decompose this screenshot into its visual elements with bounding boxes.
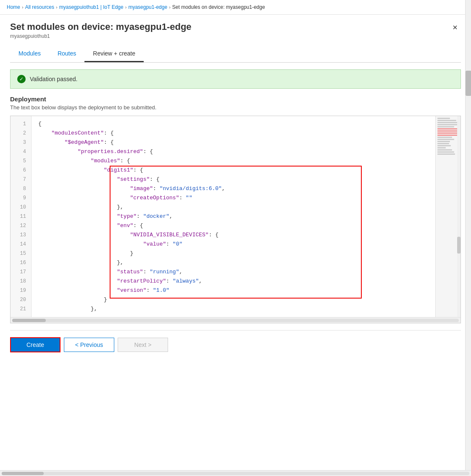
code-line-6: "digits1": { — [38, 166, 432, 175]
code-line-19: "version": "1.0" — [38, 286, 432, 295]
code-line-1: { — [38, 119, 432, 129]
minimap-line — [437, 118, 450, 119]
line-num-5: 5 — [11, 156, 31, 166]
line-num-3: 3 — [11, 138, 31, 147]
editor-bottom-thumb[interactable] — [12, 319, 46, 322]
code-line-13: "NVIDIA_VISIBLE_DEVICES": { — [38, 230, 432, 240]
line-num-12: 12 — [11, 221, 31, 230]
breadcrumb-all-resources[interactable]: All resources — [25, 4, 54, 10]
line-num-13: 13 — [11, 230, 31, 240]
breadcrumb-current: Set modules on device: myasegpu1-edge — [172, 4, 265, 10]
minimap-line — [437, 141, 450, 142]
code-line-9: "createOptions": "" — [38, 193, 432, 203]
code-line-18: "restartPolicy": "always", — [38, 277, 432, 286]
code-line-21: }, — [38, 304, 432, 314]
code-line-17: "status": "running", — [38, 267, 432, 277]
breadcrumb: Home › All resources › myasegpuiothub1 |… — [0, 0, 471, 15]
line-num-16: 16 — [11, 258, 31, 267]
code-line-11: "type": "docker", — [38, 212, 432, 221]
minimap-line — [437, 122, 458, 123]
breadcrumb-sep-3: › — [125, 5, 127, 10]
minimap — [435, 116, 460, 317]
breadcrumb-home[interactable]: Home — [7, 4, 20, 10]
minimap-line — [437, 153, 455, 155]
code-line-16: }, — [38, 258, 432, 267]
code-editor[interactable]: 1 2 3 4 5 6 7 8 9 10 11 12 13 14 15 16 1… — [11, 116, 460, 317]
page-title: Set modules on device: myasegpu1-edge — [10, 21, 192, 32]
code-line-2: "modulesContent": { — [38, 129, 432, 138]
minimap-line — [437, 149, 452, 151]
minimap-line — [437, 147, 446, 148]
line-num-19: 19 — [11, 286, 31, 295]
line-num-2: 2 — [11, 129, 31, 138]
page-bottom-track — [2, 472, 469, 475]
line-numbers: 1 2 3 4 5 6 7 8 9 10 11 12 13 14 15 16 1… — [11, 116, 32, 317]
page-bottom-thumb[interactable] — [2, 472, 44, 475]
breadcrumb-sep-4: › — [169, 5, 171, 10]
tab-modules[interactable]: Modules — [10, 46, 49, 62]
code-line-3: "$edgeAgent": { — [38, 138, 432, 147]
action-bar: Create < Previous Next > — [10, 330, 461, 359]
editor-bottom-scrollbar[interactable] — [11, 317, 460, 323]
code-content[interactable]: { "modulesContent": { "$edgeAgent": { "p… — [32, 116, 435, 317]
page-title-section: Set modules on device: myasegpu1-edge my… — [10, 21, 192, 39]
close-button[interactable]: × — [449, 21, 461, 33]
minimap-line-highlight — [437, 135, 458, 136]
validation-icon: ✓ — [17, 75, 26, 83]
main-content: Set modules on device: myasegpu1-edge my… — [0, 15, 471, 366]
line-num-21: 21 — [11, 304, 31, 314]
page-subtitle: myasegpuiothub1 — [10, 33, 192, 39]
line-num-4: 4 — [11, 147, 31, 156]
minimap-line — [437, 143, 449, 144]
breadcrumb-sep-2: › — [56, 5, 58, 10]
code-line-15: } — [38, 249, 432, 258]
tabs-container: Modules Routes Review + create — [10, 46, 461, 63]
code-line-8: "image": "nvidia/digits:6.0", — [38, 184, 432, 193]
page-right-scrollbar[interactable] — [465, 0, 471, 470]
code-line-20: } — [38, 295, 432, 304]
previous-button[interactable]: < Previous — [64, 338, 114, 352]
deployment-section: Deployment The text box below displays t… — [10, 95, 461, 111]
line-num-20: 20 — [11, 295, 31, 304]
tab-review-create[interactable]: Review + create — [84, 46, 144, 62]
editor-bottom-track — [12, 319, 459, 322]
page-header: Set modules on device: myasegpu1-edge my… — [10, 21, 461, 39]
line-num-18: 18 — [11, 277, 31, 286]
minimap-line-highlight — [437, 128, 458, 130]
deployment-description: The text box below displays the deployme… — [10, 104, 461, 111]
code-line-4: "properties.desired": { — [38, 147, 432, 156]
line-num-15: 15 — [11, 249, 31, 258]
code-line-14: "value": "0" — [38, 240, 432, 249]
code-editor-container[interactable]: 1 2 3 4 5 6 7 8 9 10 11 12 13 14 15 16 1… — [10, 116, 461, 323]
breadcrumb-iothub[interactable]: myasegpuiothub1 | IoT Edge — [59, 4, 124, 10]
line-num-14: 14 — [11, 240, 31, 249]
validation-banner: ✓ Validation passed. — [10, 69, 461, 89]
line-num-1: 1 — [11, 119, 31, 129]
minimap-line — [437, 137, 452, 138]
minimap-line — [437, 126, 454, 127]
code-line-5: "modules": { — [38, 156, 432, 166]
minimap-line — [437, 139, 454, 140]
minimap-line — [437, 145, 451, 146]
validation-text: Validation passed. — [30, 76, 77, 82]
minimap-line — [437, 151, 454, 153]
line-num-11: 11 — [11, 212, 31, 221]
line-num-8: 8 — [11, 184, 31, 193]
line-num-17: 17 — [11, 267, 31, 277]
page-bottom-scrollbar[interactable] — [0, 470, 471, 476]
minimap-line — [437, 120, 456, 121]
line-num-7: 7 — [11, 175, 31, 184]
editor-scrollbar-track — [457, 116, 460, 317]
code-line-12: "env": { — [38, 221, 432, 230]
tab-routes[interactable]: Routes — [49, 46, 84, 62]
line-num-6: 6 — [11, 166, 31, 175]
editor-scrollbar-thumb[interactable] — [457, 237, 460, 254]
breadcrumb-sep-1: › — [22, 5, 24, 10]
deployment-title: Deployment — [10, 95, 461, 103]
code-line-7: "settings": { — [38, 175, 432, 184]
create-button[interactable]: Create — [10, 337, 61, 352]
line-num-9: 9 — [11, 193, 31, 203]
breadcrumb-device[interactable]: myasegpu1-edge — [128, 4, 167, 10]
minimap-line-highlight — [437, 130, 459, 132]
page-scrollbar-thumb[interactable] — [466, 71, 471, 96]
